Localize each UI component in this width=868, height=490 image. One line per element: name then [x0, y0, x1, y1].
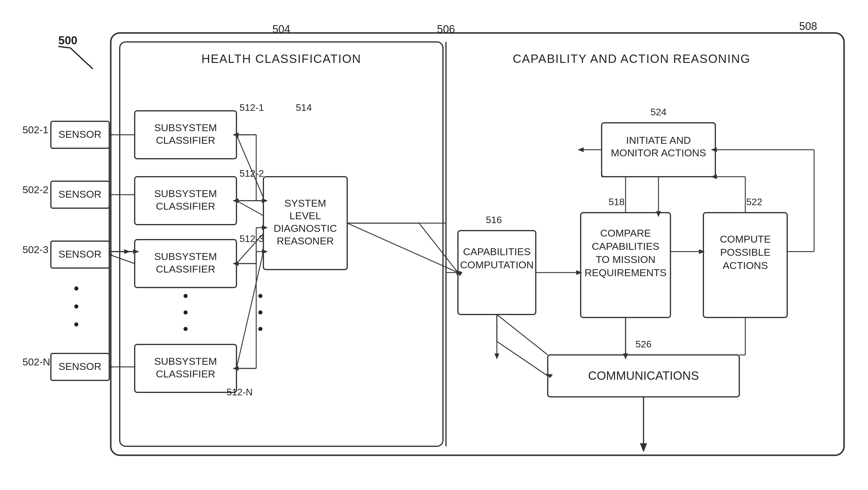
svg-text:•: •	[183, 288, 188, 304]
svg-text:514: 514	[296, 102, 312, 113]
svg-text:SENSOR: SENSOR	[58, 361, 101, 372]
svg-text:•: •	[74, 280, 79, 297]
svg-text:CAPABILITY AND ACTION REASONIN: CAPABILITY AND ACTION REASONING	[513, 52, 750, 65]
svg-text:ACTIONS: ACTIONS	[722, 260, 768, 271]
svg-text:•: •	[74, 316, 79, 333]
svg-text:502-3: 502-3	[23, 244, 49, 255]
svg-text:524: 524	[650, 107, 666, 117]
svg-text:SUBSYSTEM: SUBSYSTEM	[154, 355, 217, 367]
svg-text:INITIATE AND: INITIATE AND	[626, 135, 691, 146]
svg-text:500: 500	[58, 34, 77, 47]
svg-text:504: 504	[272, 23, 290, 35]
svg-text:506: 506	[437, 23, 455, 35]
svg-text:SENSOR: SENSOR	[58, 128, 101, 140]
svg-text:CLASSIFIER: CLASSIFIER	[156, 263, 215, 275]
svg-text:•: •	[183, 320, 188, 337]
svg-text:CAPABILITIES: CAPABILITIES	[592, 240, 659, 252]
svg-text:512-1: 512-1	[240, 102, 264, 113]
svg-text:TO MISSION: TO MISSION	[596, 254, 655, 265]
svg-text:518: 518	[609, 197, 624, 207]
svg-text:512-3: 512-3	[240, 233, 264, 244]
svg-text:COMPUTATION: COMPUTATION	[460, 259, 534, 270]
svg-text:REQUIREMENTS: REQUIREMENTS	[585, 267, 666, 278]
svg-text:SUBSYSTEM: SUBSYSTEM	[154, 251, 217, 262]
svg-text:502-N: 502-N	[23, 356, 50, 368]
svg-text:SUBSYSTEM: SUBSYSTEM	[154, 122, 217, 133]
svg-text:MONITOR ACTIONS: MONITOR ACTIONS	[611, 147, 706, 158]
svg-text:COMPARE: COMPARE	[600, 227, 651, 239]
svg-text:502-2: 502-2	[23, 184, 49, 195]
svg-text:SENSOR: SENSOR	[58, 248, 101, 260]
svg-text:•: •	[74, 298, 79, 315]
svg-text:508: 508	[799, 20, 817, 32]
svg-text:DIAGNOSTIC: DIAGNOSTIC	[274, 223, 337, 234]
svg-text:LEVEL: LEVEL	[289, 210, 321, 221]
svg-text:SYSTEM: SYSTEM	[284, 197, 326, 209]
svg-text:512-N: 512-N	[226, 387, 253, 398]
svg-text:•: •	[183, 304, 188, 321]
svg-text:•: •	[258, 304, 263, 321]
svg-text:REASONER: REASONER	[277, 235, 334, 247]
svg-text:COMPUTE: COMPUTE	[720, 233, 771, 245]
svg-text:CAPABILITIES: CAPABILITIES	[463, 246, 531, 257]
svg-text:CLASSIFIER: CLASSIFIER	[156, 368, 215, 379]
svg-text:522: 522	[746, 197, 762, 207]
svg-text:•: •	[258, 288, 263, 304]
svg-text:POSSIBLE: POSSIBLE	[720, 247, 770, 258]
svg-text:CLASSIFIER: CLASSIFIER	[156, 135, 215, 146]
svg-text:•: •	[258, 320, 263, 337]
svg-rect-0	[0, 0, 868, 490]
diagram-container: 500 508 504 HEALTH CLASSIFICATION 506 CA…	[0, 0, 868, 490]
svg-text:CLASSIFIER: CLASSIFIER	[156, 200, 215, 212]
svg-text:SENSOR: SENSOR	[58, 189, 101, 200]
svg-text:502-1: 502-1	[23, 124, 49, 135]
svg-text:526: 526	[636, 339, 651, 349]
svg-text:HEALTH CLASSIFICATION: HEALTH CLASSIFICATION	[202, 52, 361, 65]
svg-text:SUBSYSTEM: SUBSYSTEM	[154, 188, 217, 199]
svg-text:516: 516	[486, 214, 502, 225]
svg-text:COMMUNICATIONS: COMMUNICATIONS	[588, 369, 699, 382]
